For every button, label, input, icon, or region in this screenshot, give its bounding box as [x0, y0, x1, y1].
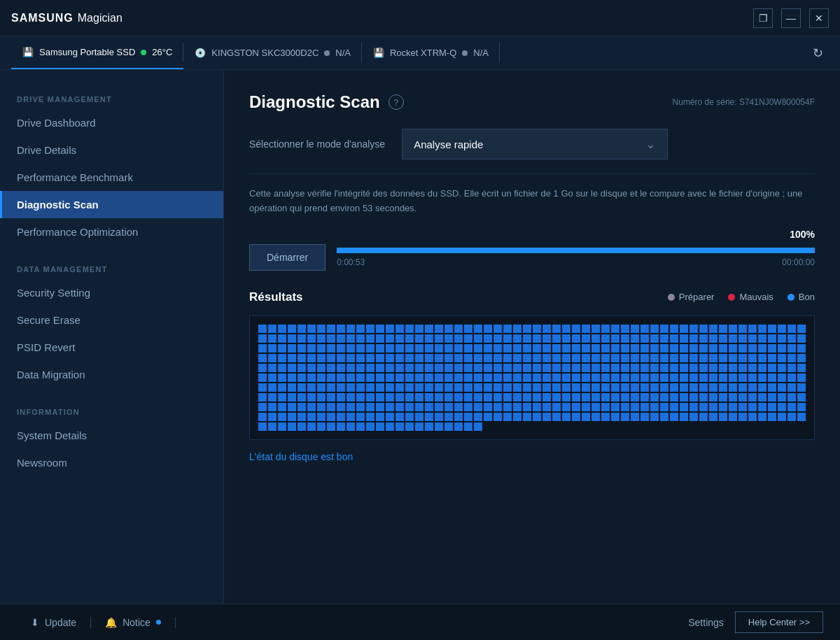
grid-cell [513, 325, 522, 333]
grid-cell [415, 374, 424, 382]
grid-cell [778, 383, 786, 392]
grid-cell [346, 364, 355, 372]
grid-cell [729, 403, 737, 411]
grid-cell [533, 325, 541, 333]
grid-cell [699, 364, 708, 372]
grid-cell [592, 334, 600, 343]
device-item-1[interactable]: 💾 Samsung Portable SSD 26°C [11, 36, 183, 69]
grid-cell [376, 364, 384, 372]
grid-cell [709, 374, 718, 382]
progress-percent: 100% [249, 229, 815, 240]
grid-cell [523, 325, 531, 333]
footer-update[interactable]: ⬇ Update [17, 617, 91, 628]
grid-cell [493, 344, 502, 353]
page-title: Diagnostic Scan [249, 92, 380, 112]
grid-cell [396, 393, 404, 401]
footer-notice[interactable]: 🔔 Notice [91, 617, 176, 628]
device-item-2[interactable]: 💿 KINGSTON SKC3000D2C N/A [183, 36, 362, 69]
grid-cell [523, 413, 531, 421]
grid-cell [513, 374, 522, 382]
grid-cell [758, 344, 766, 353]
grid-cell [327, 413, 335, 421]
grid-cell [317, 344, 326, 353]
grid-cell [337, 422, 345, 431]
sidebar-item-system-details[interactable]: System Details [0, 422, 223, 449]
sidebar-item-diagnostic-scan[interactable]: Diagnostic Scan [0, 191, 223, 218]
sidebar-item-drive-details[interactable]: Drive Details [0, 136, 223, 164]
grid-cell [748, 364, 757, 372]
grid-cell [356, 325, 365, 333]
grid-cell [376, 354, 384, 362]
sidebar-item-drive-dashboard[interactable]: Drive Dashboard [0, 109, 223, 136]
grid-cell [346, 383, 355, 392]
minimize-button[interactable]: — [781, 8, 801, 28]
grid-cell [258, 344, 267, 353]
grid-cell [484, 334, 492, 343]
grid-cell [758, 413, 766, 421]
grid-cell [444, 354, 453, 362]
grid-cell [562, 354, 570, 362]
grid-cell [758, 325, 766, 333]
grid-cell [542, 344, 551, 353]
grid-cell [690, 413, 698, 421]
grid-cell [454, 393, 463, 401]
grid-cell [523, 334, 531, 343]
grid-cell [298, 344, 306, 353]
grid-cell [690, 374, 698, 382]
sidebar-item-performance-benchmark[interactable]: Performance Benchmark [0, 164, 223, 191]
device-item-3[interactable]: 💾 Rocket XTRM-Q N/A [362, 36, 500, 69]
grid-cell [768, 403, 776, 411]
grid-cell [748, 354, 757, 362]
sidebar-section-information: INFORMATION System Details Newsroom [0, 399, 223, 476]
restore-button[interactable]: ❐ [753, 8, 773, 28]
grid-cell [592, 374, 600, 382]
grid-cell [386, 354, 394, 362]
grid-cell [788, 413, 796, 421]
grid-cell [288, 334, 296, 343]
grid-cell [268, 403, 276, 411]
sidebar-item-newsroom[interactable]: Newsroom [0, 449, 223, 476]
grid-cell [699, 393, 708, 401]
grid-cell [768, 325, 776, 333]
grid-cell [337, 344, 345, 353]
grid-cell [719, 383, 727, 392]
settings-label[interactable]: Settings [688, 617, 724, 628]
titlebar-controls: ❐ — ✕ [753, 8, 829, 28]
grid-cell [376, 413, 384, 421]
mode-dropdown[interactable]: Analyse rapide ⌄ [402, 129, 668, 159]
sidebar-item-secure-erase[interactable]: Secure Erase [0, 306, 223, 334]
sidebar-item-performance-optimization[interactable]: Performance Optimization [0, 218, 223, 246]
refresh-button[interactable]: ↻ [806, 42, 829, 64]
grid-cell [621, 383, 629, 392]
grid-cell [444, 344, 453, 353]
grid-cell [307, 413, 316, 421]
grid-cell [788, 393, 796, 401]
help-icon[interactable]: ? [388, 94, 404, 110]
grid-cell [631, 334, 639, 343]
grid-cell [317, 354, 326, 362]
grid-cell [542, 354, 551, 362]
start-button[interactable]: Démarrer [249, 244, 326, 271]
disk-status[interactable]: L'état du disque est bon [249, 451, 815, 462]
grid-cell [484, 364, 492, 372]
help-center-button[interactable]: Help Center >> [735, 611, 823, 633]
grid-cell [405, 422, 414, 431]
grid-cell [592, 325, 600, 333]
sidebar-item-psid-revert[interactable]: PSID Revert [0, 334, 223, 361]
sidebar-item-security-setting[interactable]: Security Setting [0, 279, 223, 306]
progress-bar-fill [337, 248, 815, 253]
grid-cell [493, 364, 502, 372]
grid-cell [660, 374, 668, 382]
grid-cell [582, 393, 590, 401]
grid-cell [640, 383, 649, 392]
grid-cell [729, 344, 737, 353]
grid-cell [729, 413, 737, 421]
grid-cell [709, 383, 718, 392]
sidebar-item-data-migration[interactable]: Data Migration [0, 361, 223, 388]
grid-cell [484, 374, 492, 382]
grid-cell [405, 393, 414, 401]
close-button[interactable]: ✕ [809, 8, 829, 28]
grid-cell [778, 413, 786, 421]
grid-cell [425, 393, 433, 401]
grid-cell [405, 354, 414, 362]
